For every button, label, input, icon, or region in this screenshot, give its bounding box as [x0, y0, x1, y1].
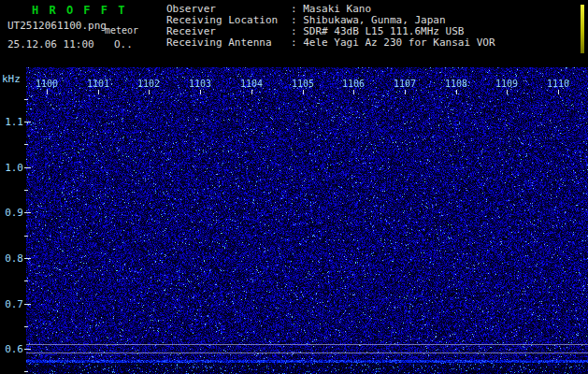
y-axis-tick [24, 167, 31, 168]
y-axis-minor-tick [24, 371, 28, 372]
x-axis-tick [149, 90, 150, 94]
y-axis-tick [24, 212, 31, 213]
y-axis-minor-tick [24, 280, 28, 281]
y-axis-minor-tick [24, 190, 28, 191]
x-tick-label: 1106 [337, 79, 369, 89]
y-axis-minor-tick [24, 99, 28, 100]
y-tick-label: 0.8 [0, 252, 23, 265]
y-axis-tick [24, 122, 31, 122]
y-axis-minor-tick [24, 144, 28, 145]
mode-label: meteor [105, 25, 138, 36]
timestamp: 25.12.06 11:00 [7, 38, 94, 50]
info-row: Receiving Antenna: 4ele Yagi Az 230 for … [166, 37, 495, 49]
echo-counter: O.. [114, 38, 133, 50]
y-tick-label: 0.6 [0, 343, 23, 355]
x-tick-label: 1101 [82, 79, 114, 89]
spectrogram [26, 67, 588, 374]
app-title: H R O F F T [32, 4, 126, 17]
y-tick-label: 1.1 [0, 116, 23, 128]
y-axis-tick [24, 304, 31, 305]
x-axis-tick [405, 90, 406, 94]
hrofft-output: H R O F F T UT2512061100.png meteor 25.1… [0, 0, 588, 374]
y-axis-minor-tick [24, 236, 28, 237]
x-axis-tick [507, 90, 508, 94]
y-tick-label: 0.7 [0, 298, 23, 310]
x-tick-label: 1104 [236, 79, 267, 89]
y-axis-tick [24, 258, 31, 259]
x-axis-tick [558, 90, 559, 94]
x-tick-label: 1107 [389, 79, 421, 89]
y-axis-unit: kHz [2, 73, 21, 85]
x-axis-tick [251, 90, 252, 94]
x-tick-label: 1102 [133, 79, 165, 89]
x-tick-label: 1103 [184, 79, 216, 89]
signal-level-bar [581, 5, 584, 53]
y-axis-minor-tick [24, 326, 28, 327]
x-tick-label: 1105 [287, 79, 319, 89]
x-axis-tick [456, 90, 457, 94]
x-tick-label: 1109 [491, 79, 523, 89]
x-axis-tick [303, 90, 304, 94]
x-tick-label: 1108 [440, 79, 472, 89]
x-axis-tick [47, 90, 48, 94]
x-tick-label: 1100 [31, 79, 63, 89]
output-filename: UT2512061100.png [7, 20, 107, 32]
station-info: Observer: Masaki Kano Receiving Location… [166, 4, 495, 49]
x-axis-tick [200, 90, 201, 94]
x-axis-tick [98, 90, 99, 94]
y-tick-label: 1.0 [0, 162, 23, 174]
x-axis-tick [353, 90, 354, 94]
y-axis-tick [24, 349, 31, 350]
x-tick-label: 1110 [542, 79, 574, 89]
info-value: : 4ele Yagi Az 230 for Kansai VOR [291, 36, 495, 49]
y-tick-label: 0.9 [0, 207, 23, 219]
info-label: Receiving Antenna [166, 37, 291, 49]
